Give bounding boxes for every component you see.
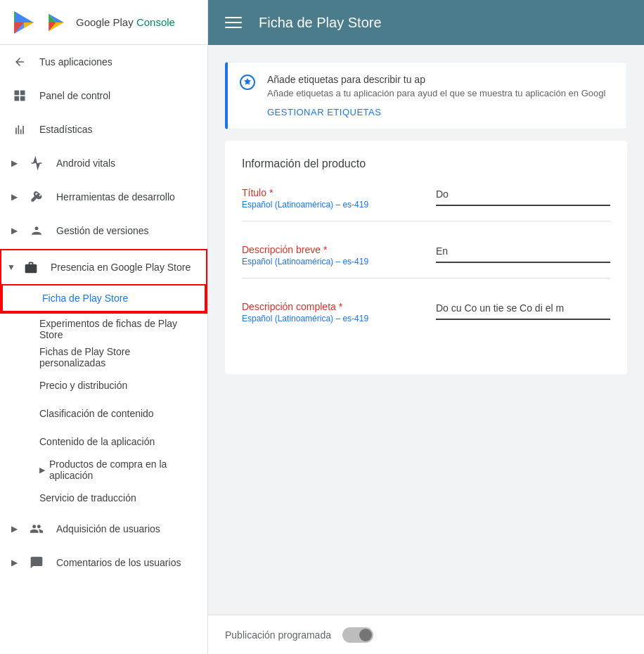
chevron-right-icon-acq: ▶: [11, 524, 22, 534]
sidebar-item-estadisticas-label: Estadísticas: [39, 124, 92, 135]
sidebar-subitem-productos[interactable]: ▶ Productos de compra en la aplicación: [0, 456, 207, 484]
banner-title: Añade etiquetas para describir tu ap: [267, 74, 615, 85]
field-label-desc-breve: Descripción breve *: [242, 244, 425, 255]
chat-icon: [28, 554, 45, 571]
hamburger-menu-button[interactable]: [225, 14, 242, 31]
field-row-desc-completa: Descripción completa * Español (Latinoam…: [242, 301, 610, 335]
sidebar-subitem-fichas-personalizadas[interactable]: Fichas de Play Store personalizadas: [0, 343, 207, 371]
grid-icon: [11, 87, 28, 104]
field-sublabel-desc-breve: Español (Latinoamérica) – es-419: [242, 257, 425, 267]
sidebar-subitem-ficha[interactable]: Ficha de Play Store: [1, 284, 206, 312]
sidebar-item-acquisition[interactable]: ▶ Adquisición de usuarios: [0, 512, 207, 546]
sidebar-comments-label: Comentarios de los usuarios: [56, 557, 181, 568]
sidebar-subitem-experimentos-label: Experimentos de fichas de Play Store: [39, 318, 196, 340]
publication-toggle[interactable]: [342, 627, 373, 643]
content-area: Añade etiquetas para describir tu ap Aña…: [208, 45, 644, 615]
sidebar-item-herramientas[interactable]: ▶ Herramientas de desarrollo: [0, 180, 207, 214]
field-value-col-titulo[interactable]: Do: [425, 187, 610, 210]
sidebar-item-panel-label: Panel de control: [39, 90, 110, 101]
person-icon: [28, 222, 45, 239]
sidebar-subitem-clasificacion-label: Clasificación de contenido: [39, 408, 154, 419]
field-label-col-desc-completa: Descripción completa * Español (Latinoam…: [242, 301, 425, 323]
google-play-logo: [11, 10, 37, 35]
sidebar-item-estadisticas[interactable]: Estadísticas: [0, 113, 207, 146]
sidebar-acquisition-label: Adquisición de usuarios: [56, 523, 160, 534]
field-label-col-desc-breve: Descripción breve * Español (Latinoaméri…: [242, 244, 425, 267]
sidebar-item-presence[interactable]: ▼ Presencia en Google Play Store: [1, 250, 206, 284]
sidebar-subitem-traduccion[interactable]: Servicio de traducción: [0, 484, 207, 512]
svg-marker-3: [24, 23, 34, 28]
chevron-right-icon-3: ▶: [11, 226, 22, 236]
sidebar-item-android-vitals[interactable]: ▶ Android vitals: [0, 146, 207, 180]
field-sublabel-titulo: Español (Latinoamérica) – es-419: [242, 200, 425, 210]
heartbeat-icon: [28, 155, 45, 172]
sidebar-item-gestion-label: Gestión de versiones: [56, 225, 149, 236]
chevron-right-icon: ▶: [11, 158, 22, 168]
field-value-desc-completa: Do cu Co un tie se Co di el m: [436, 301, 610, 316]
briefcase-icon: [22, 259, 39, 276]
presence-section-wrapper: ▼ Presencia en Google Play Store Ficha d…: [0, 249, 207, 314]
back-icon: [11, 53, 28, 70]
sidebar-subitem-traduccion-label: Servicio de traducción: [39, 492, 136, 504]
sidebar-item-android-vitals-label: Android vitals: [56, 158, 115, 169]
banner-description: Añade etiquetas a tu aplicación para ayu…: [267, 88, 615, 98]
bar-chart-icon: [11, 121, 28, 138]
toggle-label: Publicación programada: [225, 629, 331, 641]
sidebar-item-herramientas-label: Herramientas de desarrollo: [56, 191, 175, 203]
sidebar-subitem-productos-label: Productos de compra en la aplicación: [49, 459, 196, 481]
field-value-col-desc-completa[interactable]: Do cu Co un tie se Co di el m: [425, 301, 610, 323]
sidebar-back-label: Tus aplicaciones: [39, 56, 112, 68]
users-icon: [28, 520, 45, 537]
sidebar-subitem-experimentos[interactable]: Experimentos de fichas de Play Store: [0, 315, 207, 343]
main-content: Ficha de Play Store Añade etiquetas para…: [208, 0, 644, 654]
sidebar-header: Google Play Console: [0, 0, 207, 45]
bottom-bar: Publicación programada: [208, 615, 644, 654]
sidebar-presence-label: Presencia en Google Play Store: [51, 262, 191, 273]
field-label-titulo: Título *: [242, 187, 425, 198]
star-circle-icon: [239, 74, 256, 91]
top-bar: Ficha de Play Store: [208, 0, 644, 45]
info-banner: Añade etiquetas para describir tu ap Aña…: [225, 62, 627, 129]
chevron-right-icon-2: ▶: [11, 192, 22, 202]
sidebar-item-panel[interactable]: Panel de control: [0, 79, 207, 113]
sidebar-subitem-ficha-label: Ficha de Play Store: [42, 293, 128, 304]
product-info-section: Información del producto Título * Españo…: [225, 141, 627, 374]
svg-point-7: [35, 226, 39, 230]
toggle-thumb: [359, 629, 372, 641]
sidebar-subitem-contenido-app-label: Contenido de la aplicación: [39, 436, 155, 447]
sidebar-subitem-precio[interactable]: Precio y distribución: [0, 371, 207, 399]
field-value-col-desc-breve[interactable]: En: [425, 244, 610, 267]
sidebar-navigation: Tus aplicaciones Panel de control Estadí…: [0, 45, 207, 654]
sidebar: Google Play Console Tus aplicaciones Pan…: [0, 0, 208, 654]
field-value-titulo: Do: [436, 187, 610, 202]
sidebar-subitem-clasificacion[interactable]: Clasificación de contenido: [0, 399, 207, 428]
page-title: Ficha de Play Store: [259, 15, 382, 31]
toggle-track: [342, 627, 373, 643]
manage-labels-button[interactable]: GESTIONAR ETIQUETAS: [267, 107, 615, 117]
sidebar-subitem-contenido-app[interactable]: Contenido de la aplicación: [0, 428, 207, 456]
chevron-right-icon-productos: ▶: [39, 466, 45, 475]
sidebar-item-back[interactable]: Tus aplicaciones: [0, 45, 207, 79]
sidebar-subitem-precio-label: Precio y distribución: [39, 380, 127, 391]
field-row-desc-breve: Descripción breve * Español (Latinoaméri…: [242, 244, 610, 278]
field-label-col-titulo: Título * Español (Latinoamérica) – es-41…: [242, 187, 425, 210]
brand-name: Google Play Console: [76, 16, 175, 28]
field-sublabel-desc-completa: Español (Latinoamérica) – es-419: [242, 314, 425, 323]
sidebar-item-gestion[interactable]: ▶ Gestión de versiones: [0, 214, 207, 248]
section-title: Información del producto: [242, 158, 610, 170]
field-label-desc-completa: Descripción completa *: [242, 301, 425, 312]
field-value-desc-breve: En: [436, 244, 610, 259]
field-row-titulo: Título * Español (Latinoamérica) – es-41…: [242, 187, 610, 222]
chevron-down-icon: ▼: [7, 262, 18, 272]
banner-text: Añade etiquetas para describir tu ap Aña…: [267, 74, 615, 117]
google-play-logo-icon: [44, 10, 69, 35]
tools-icon: [28, 188, 45, 205]
sidebar-subitem-fichas-personalizadas-label: Fichas de Play Store personalizadas: [39, 346, 196, 368]
sidebar-item-comments[interactable]: ▶ Comentarios de los usuarios: [0, 546, 207, 579]
chevron-right-icon-comm: ▶: [11, 558, 22, 568]
